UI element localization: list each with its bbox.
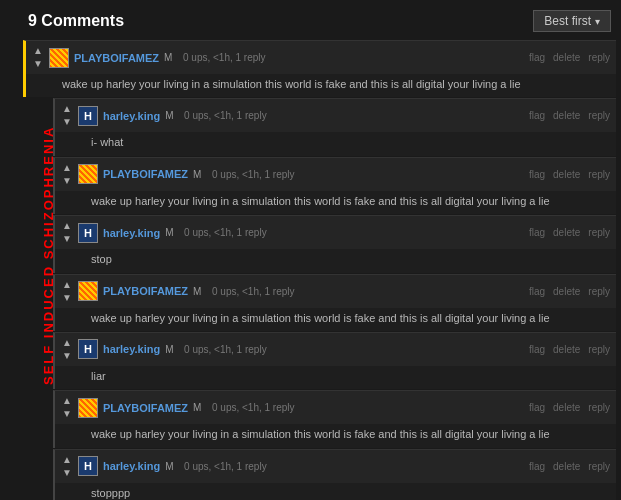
downvote-button[interactable]: ▼ [61, 408, 73, 420]
reply-action[interactable]: reply [588, 286, 610, 297]
comment-header: ▲ ▼ H harley.king M 0 ups, <1h, 1 reply … [55, 333, 616, 366]
comment-meta: 0 ups, <1h, 1 reply [179, 344, 524, 355]
flag-action[interactable]: flag [529, 286, 545, 297]
username: harley.king [103, 110, 160, 122]
delete-action[interactable]: delete [553, 402, 580, 413]
user-badge: M [165, 344, 173, 355]
sort-label: Best first [544, 14, 591, 28]
comment-actions: flag delete reply [529, 52, 610, 63]
flag-action[interactable]: flag [529, 169, 545, 180]
reply-action[interactable]: reply [588, 227, 610, 238]
downvote-button[interactable]: ▼ [32, 58, 44, 70]
flag-action[interactable]: flag [529, 402, 545, 413]
vote-controls: ▲ ▼ [61, 103, 73, 128]
reply-action[interactable]: reply [588, 402, 610, 413]
comment-header: ▲ ▼ PLAYBOIFAMEZ M 0 ups, <1h, 1 reply f… [55, 275, 616, 308]
upvote-button[interactable]: ▲ [61, 162, 73, 174]
delete-action[interactable]: delete [553, 52, 580, 63]
comment-meta: 0 ups, <1h, 1 reply [206, 169, 524, 180]
comment-meta: 0 ups, <1h, 1 reply [179, 110, 524, 121]
flag-action[interactable]: flag [529, 110, 545, 121]
comment-actions: flag delete reply [529, 169, 610, 180]
upvote-button[interactable]: ▲ [61, 454, 73, 466]
comment-header: ▲ ▼ PLAYBOIFAMEZ M 0 ups, <1h, 1 reply f… [26, 41, 616, 74]
comment-meta: 0 ups, <1h, 1 reply [206, 402, 524, 413]
user-badge: M [193, 402, 201, 413]
avatar-playboy [78, 398, 98, 418]
user-badge: M [165, 461, 173, 472]
comment-body: stop [55, 249, 616, 272]
avatar-playboy [78, 281, 98, 301]
downvote-button[interactable]: ▼ [61, 175, 73, 187]
comments-header: 9 Comments Best first ▾ [23, 5, 616, 40]
reply-action[interactable]: reply [588, 461, 610, 472]
comment-actions: flag delete reply [529, 110, 610, 121]
main-content: 9 Comments Best first ▾ ▲ ▼ PLAYBOIFAMEZ… [18, 0, 621, 500]
delete-action[interactable]: delete [553, 286, 580, 297]
flag-action[interactable]: flag [529, 52, 545, 63]
username: harley.king [103, 460, 160, 472]
vote-controls: ▲ ▼ [61, 220, 73, 245]
vote-controls: ▲ ▼ [61, 454, 73, 479]
upvote-button[interactable]: ▲ [61, 220, 73, 232]
delete-action[interactable]: delete [553, 461, 580, 472]
comment-meta: 0 ups, <1h, 1 reply [179, 227, 524, 238]
downvote-button[interactable]: ▼ [61, 292, 73, 304]
username: PLAYBOIFAMEZ [103, 285, 188, 297]
comment-block: ▲ ▼ H harley.king M 0 ups, <1h, 1 reply … [53, 449, 616, 500]
avatar-harley: H [78, 223, 98, 243]
comment-meta: 0 ups, <1h, 1 reply [177, 52, 524, 63]
downvote-button[interactable]: ▼ [61, 467, 73, 479]
downvote-button[interactable]: ▼ [61, 116, 73, 128]
reply-action[interactable]: reply [588, 169, 610, 180]
avatar-harley: H [78, 106, 98, 126]
delete-action[interactable]: delete [553, 344, 580, 355]
upvote-button[interactable]: ▲ [61, 103, 73, 115]
vote-controls: ▲ ▼ [61, 162, 73, 187]
comment-block: ▲ ▼ PLAYBOIFAMEZ M 0 ups, <1h, 1 reply f… [53, 157, 616, 214]
comment-block: ▲ ▼ H harley.king M 0 ups, <1h, 1 reply … [53, 98, 616, 155]
comment-body: liar [55, 366, 616, 389]
user-badge: M [164, 52, 172, 63]
flag-action[interactable]: flag [529, 227, 545, 238]
downvote-button[interactable]: ▼ [61, 233, 73, 245]
reply-action[interactable]: reply [588, 52, 610, 63]
comment-meta: 0 ups, <1h, 1 reply [179, 461, 524, 472]
sort-arrow: ▾ [595, 16, 600, 27]
comment-block: ▲ ▼ PLAYBOIFAMEZ M 0 ups, <1h, 1 reply f… [23, 40, 616, 97]
delete-action[interactable]: delete [553, 169, 580, 180]
comment-body: stopppp [55, 483, 616, 500]
comment-actions: flag delete reply [529, 402, 610, 413]
downvote-button[interactable]: ▼ [61, 350, 73, 362]
upvote-button[interactable]: ▲ [61, 279, 73, 291]
comments-container: ▲ ▼ PLAYBOIFAMEZ M 0 ups, <1h, 1 reply f… [23, 40, 616, 500]
user-badge: M [193, 169, 201, 180]
comment-block: ▲ ▼ PLAYBOIFAMEZ M 0 ups, <1h, 1 reply f… [53, 390, 616, 447]
vote-controls: ▲ ▼ [61, 395, 73, 420]
comment-body: i- what [55, 132, 616, 155]
comment-header: ▲ ▼ H harley.king M 0 ups, <1h, 1 reply … [55, 450, 616, 483]
vote-controls: ▲ ▼ [61, 337, 73, 362]
vote-controls: ▲ ▼ [61, 279, 73, 304]
user-badge: M [193, 286, 201, 297]
upvote-button[interactable]: ▲ [61, 395, 73, 407]
comment-body: wake up harley your living in a simulati… [55, 191, 616, 214]
comment-block: ▲ ▼ PLAYBOIFAMEZ M 0 ups, <1h, 1 reply f… [53, 274, 616, 331]
flag-action[interactable]: flag [529, 461, 545, 472]
comment-header: ▲ ▼ PLAYBOIFAMEZ M 0 ups, <1h, 1 reply f… [55, 158, 616, 191]
avatar-harley: H [78, 456, 98, 476]
comment-body: wake up harley your living in a simulati… [55, 424, 616, 447]
reply-action[interactable]: reply [588, 110, 610, 121]
sort-button[interactable]: Best first ▾ [533, 10, 611, 32]
user-badge: M [165, 227, 173, 238]
upvote-button[interactable]: ▲ [32, 45, 44, 57]
delete-action[interactable]: delete [553, 227, 580, 238]
delete-action[interactable]: delete [553, 110, 580, 121]
upvote-button[interactable]: ▲ [61, 337, 73, 349]
flag-action[interactable]: flag [529, 344, 545, 355]
vote-controls: ▲ ▼ [32, 45, 44, 70]
comment-actions: flag delete reply [529, 344, 610, 355]
reply-action[interactable]: reply [588, 344, 610, 355]
comment-actions: flag delete reply [529, 286, 610, 297]
comment-meta: 0 ups, <1h, 1 reply [206, 286, 524, 297]
